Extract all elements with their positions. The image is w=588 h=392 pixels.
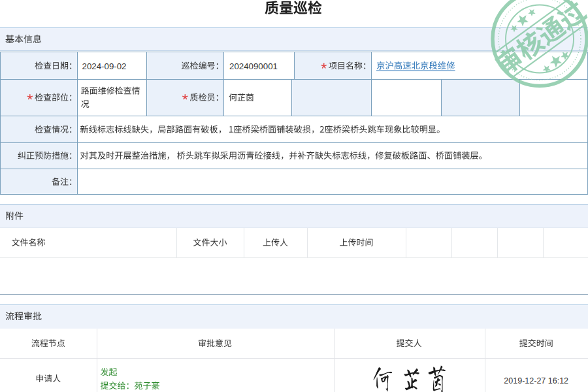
svg-text:2024-09-02: 2024-09-02 bbox=[82, 61, 127, 71]
svg-text:2024090001: 2024090001 bbox=[229, 61, 278, 71]
svg-text:2019-12-27 16:12: 2019-12-27 16:12 bbox=[504, 376, 568, 385]
